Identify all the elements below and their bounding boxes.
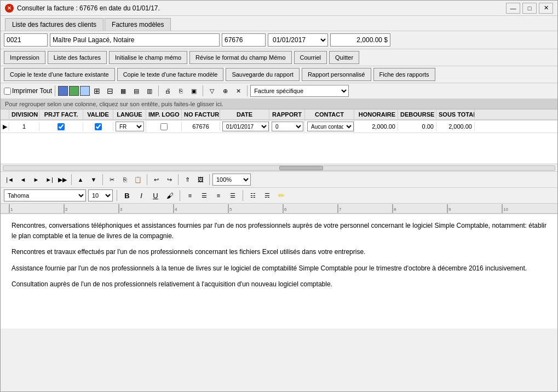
quitter-button[interactable]: Quitter — [329, 51, 359, 64]
filter-icon-button[interactable]: ▽ — [206, 85, 218, 97]
col-header-prjt[interactable]: PRJT FACT. — [39, 109, 83, 119]
col-header-valide[interactable]: VALIDE — [83, 109, 113, 119]
imprimer-tout-checkbox[interactable] — [4, 88, 11, 95]
row-imp[interactable] — [146, 122, 182, 131]
code-field[interactable] — [4, 33, 48, 47]
separator-2 — [158, 85, 159, 96]
col-header-imp[interactable]: IMP. LOGO — [146, 109, 182, 119]
date-select[interactable]: 01/01/2017 — [222, 122, 269, 131]
sort-asc-button[interactable]: ⇑ — [181, 174, 193, 186]
sauvegarde-rapport-button[interactable]: Sauvegarde du rapport — [226, 68, 300, 81]
date-dropdown[interactable]: 01/01/2017 — [268, 33, 328, 47]
paste-button[interactable]: 📋 — [132, 174, 144, 186]
cut-button[interactable]: ✂ — [106, 174, 118, 186]
minimize-button[interactable]: — — [506, 3, 520, 14]
icon-b5[interactable]: ⊕ — [219, 85, 231, 97]
color-blue-button[interactable] — [58, 86, 68, 96]
col-header-stotal[interactable]: SOUS TOTAL — [436, 109, 475, 119]
svg-text:3: 3 — [120, 207, 123, 212]
table-hscroll[interactable] — [1, 164, 557, 172]
col-header-contact[interactable]: CONTACT — [305, 109, 354, 119]
font-family-select[interactable]: Tahoma — [4, 189, 86, 201]
nav-first-button[interactable]: |◄ — [4, 174, 16, 186]
col-header-debourse[interactable]: DEBOURSE — [398, 109, 436, 119]
bold-button[interactable]: B — [121, 189, 133, 201]
rapport-select[interactable]: 0 — [272, 122, 303, 131]
underline-button[interactable]: U — [149, 189, 162, 201]
tab-factures-clients[interactable]: Liste des factures des clients — [5, 18, 103, 31]
align-justify-button[interactable]: ☰ — [227, 189, 239, 201]
redo-button[interactable]: ↪ — [163, 174, 175, 186]
row-division: 1 — [9, 122, 39, 131]
row-contact[interactable]: Aucun contact — [305, 120, 354, 132]
col-header-no[interactable]: NO FACTURE — [182, 109, 220, 119]
img-button[interactable]: 🖼 — [194, 174, 206, 186]
print-icon-button[interactable]: 🖨 — [162, 85, 174, 97]
window-controls[interactable]: — □ ✕ — [506, 3, 553, 14]
courriel-button[interactable]: Courriel — [294, 51, 327, 64]
nav-last-button[interactable]: ►| — [43, 174, 55, 186]
revise-format-button[interactable]: Révise le format du champ Mémo — [189, 51, 291, 64]
icon-b2[interactable]: ▤ — [130, 85, 142, 97]
hscroll-track[interactable] — [3, 165, 555, 171]
table-row[interactable]: ▶ 1 FR 67676 01/01/2017 0 — [1, 120, 557, 133]
impression-button[interactable]: Impression — [4, 51, 45, 64]
zoom-select[interactable]: 100% — [212, 174, 251, 186]
hscroll-thumb[interactable] — [279, 166, 323, 170]
facture-type-dropdown[interactable]: Facture spécifique — [250, 85, 349, 97]
align-center-button[interactable]: ☰ — [198, 189, 210, 201]
copie-modele-button[interactable]: Copie le texte d'une facture modèle — [117, 68, 224, 81]
tab-factures-modeles[interactable]: Factures modèles — [105, 18, 171, 31]
imp-checkbox[interactable] — [160, 123, 168, 130]
nav-prev-button[interactable]: ◄ — [17, 174, 29, 186]
color-light-button[interactable] — [80, 86, 90, 96]
rapport-personnalise-button[interactable]: Rapport personnalisé — [302, 68, 371, 81]
amount-field[interactable] — [330, 33, 390, 47]
icon-b4[interactable]: ▣ — [188, 85, 200, 97]
row-date[interactable]: 01/01/2017 — [220, 120, 269, 132]
fiche-rapports-button[interactable]: Fiche des rapports — [373, 68, 435, 81]
name-field[interactable] — [50, 33, 220, 47]
contact-select[interactable]: Aucun contact — [307, 122, 354, 131]
nav-up-button[interactable]: ▲ — [74, 174, 87, 186]
col-header-rapport[interactable]: RAPPORT — [269, 109, 305, 119]
grid2-button[interactable]: ⊟ — [104, 85, 116, 97]
align-right-button[interactable]: ≡ — [212, 189, 225, 201]
icon-b3[interactable]: ▥ — [143, 85, 156, 97]
row-rapport[interactable]: 0 — [269, 120, 305, 132]
copie-existante-button[interactable]: Copie le texte d'une facture existante — [4, 68, 115, 81]
font-size-select[interactable]: 10 — [88, 189, 113, 201]
initialise-champ-button[interactable]: Initialise le champ mémo — [109, 51, 187, 64]
row-valide[interactable] — [83, 122, 113, 131]
list-ordered-button[interactable]: ☴ — [261, 189, 273, 201]
invoice-field[interactable] — [222, 33, 266, 47]
undo-button[interactable]: ↩ — [150, 174, 162, 186]
col-header-division[interactable]: DIVISION — [9, 109, 39, 119]
col-header-date[interactable]: DATE — [220, 109, 269, 119]
copy-icon-button[interactable]: ⎘ — [175, 85, 187, 97]
valide-checkbox[interactable] — [95, 123, 102, 130]
editor-content[interactable]: Rencontres, conversations téléphoniques … — [1, 214, 557, 328]
nav-next-button[interactable]: ► — [30, 174, 42, 186]
color-green-button[interactable] — [69, 86, 79, 96]
highlight-button[interactable]: 🖌 — [164, 189, 176, 201]
close-button[interactable]: ✕ — [539, 3, 553, 14]
list-unordered-button[interactable]: ☷ — [247, 189, 259, 201]
align-left-button[interactable]: ≡ — [184, 189, 196, 201]
col-header-langue[interactable]: LANGUE — [113, 109, 146, 119]
liste-factures-button[interactable]: Liste des factures — [48, 51, 107, 64]
langue-select[interactable]: FR — [116, 122, 144, 131]
row-prjt[interactable] — [39, 122, 83, 131]
prjt-checkbox[interactable] — [57, 123, 65, 130]
grid-view-button[interactable]: ⊞ — [91, 85, 103, 97]
italic-button[interactable]: I — [135, 189, 147, 201]
maximize-button[interactable]: □ — [522, 3, 537, 14]
icon-b1[interactable]: ▦ — [117, 85, 129, 97]
copy-button[interactable]: ⎘ — [119, 174, 131, 186]
delete-icon-button[interactable]: ✕ — [232, 85, 244, 97]
nav-down-button[interactable]: ▼ — [88, 174, 100, 186]
col-header-honoraire[interactable]: HONORAIRE — [354, 109, 398, 119]
nav-last2-button[interactable]: ▶▶ — [56, 174, 68, 186]
row-langue[interactable]: FR — [113, 120, 146, 132]
marker-button[interactable]: ✏ — [275, 189, 287, 201]
